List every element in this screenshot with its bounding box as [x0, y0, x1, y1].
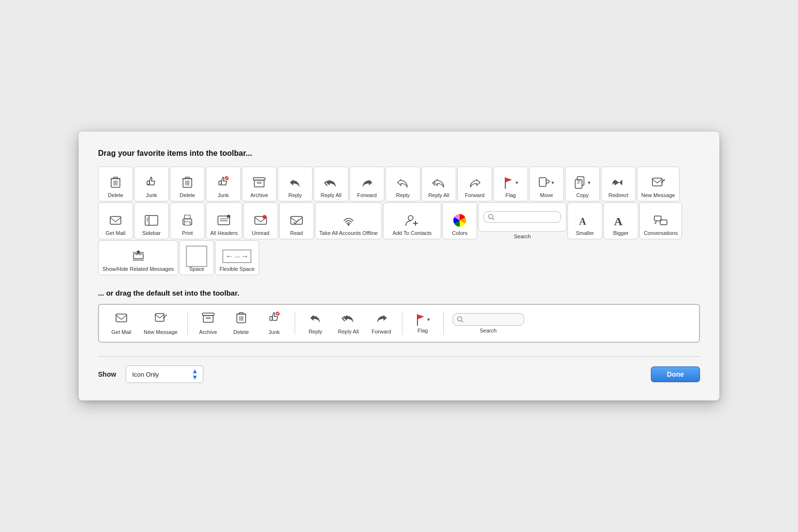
item-label: Archive [250, 192, 268, 198]
item-reply1[interactable]: Reply [278, 166, 313, 201]
space-icon [186, 249, 207, 264]
item-flexspace[interactable]: ← - - - → Flexible Space [215, 240, 259, 275]
item-junk1[interactable]: Junk [134, 166, 169, 201]
toolbar-items-grid: Delete Junk [98, 166, 700, 275]
flexspace-icon: ← - - - → [222, 249, 251, 264]
item-redirect[interactable]: Redirect [601, 166, 636, 201]
item-takeallaccounts[interactable]: Take All Accounts Offline [315, 202, 382, 239]
default-toolbar: Get Mail New Message [98, 304, 700, 343]
svg-text:A: A [579, 216, 586, 227]
svg-rect-29 [184, 222, 190, 225]
item-delete1[interactable]: Delete [98, 166, 133, 201]
colors-icon [453, 213, 466, 228]
default-junk: Junk [260, 309, 289, 338]
item-read[interactable]: Read [279, 202, 314, 239]
read-icon [290, 213, 303, 228]
svg-point-38 [263, 215, 266, 219]
svg-rect-39 [291, 216, 302, 224]
default-forward-icon [375, 312, 388, 327]
default-label: Search [480, 328, 497, 333]
default-newmessage: New Message [140, 309, 182, 338]
item-flag[interactable]: ▾ Flag [493, 166, 528, 201]
item-reply2[interactable]: Reply [385, 166, 420, 201]
junk2-icon [217, 175, 229, 190]
item-label: Reply All [429, 192, 449, 198]
item-junk2[interactable]: Junk [206, 166, 241, 201]
svg-rect-30 [184, 215, 190, 219]
show-value: Icon Only [132, 371, 187, 378]
item-label: Read [290, 230, 303, 236]
item-label: Redirect [609, 192, 629, 198]
item-search[interactable]: Search [478, 202, 566, 239]
default-replyall: Reply All [334, 309, 363, 337]
svg-rect-22 [110, 216, 121, 224]
default-label: Reply All [338, 329, 359, 334]
item-delete2[interactable]: Delete [170, 166, 205, 201]
item-bigger[interactable]: A Bigger [603, 202, 638, 239]
item-unread[interactable]: Unread [243, 202, 278, 239]
item-label: Sidebar [142, 230, 161, 236]
item-move[interactable]: ▾ Move [529, 166, 564, 201]
default-label: Flag [417, 328, 428, 333]
svg-point-40 [348, 224, 349, 226]
getmail-icon [109, 213, 122, 228]
separator4 [443, 312, 444, 335]
separator2 [295, 312, 295, 335]
smaller-icon: A [578, 213, 592, 228]
replyall-icon [323, 175, 339, 190]
item-getmail[interactable]: Get Mail [98, 202, 133, 239]
item-forward2[interactable]: Forward [457, 166, 492, 201]
item-conversations[interactable]: Conversations [639, 202, 682, 239]
item-label: Flag [505, 192, 515, 198]
bottom-bar: Show Icon Only ▲▼ Done [98, 356, 700, 382]
item-label: All Headers [210, 230, 238, 236]
item-sidebar[interactable]: Sidebar [134, 202, 169, 239]
default-label: New Message [144, 329, 178, 335]
item-print[interactable]: Print [170, 202, 205, 239]
forward2-icon [468, 175, 482, 190]
item-label: Move [540, 192, 553, 198]
item-smaller[interactable]: A Smaller [567, 202, 602, 239]
svg-point-41 [408, 216, 413, 220]
default-delete-icon [236, 312, 247, 327]
item-label: Print [182, 230, 193, 236]
archive-icon [253, 175, 266, 190]
default-replyall-icon [341, 312, 356, 327]
item-label: Show/Hide Related Messages [102, 266, 174, 272]
item-addcontacts[interactable]: Add To Contacts [383, 202, 441, 239]
item-label: Colors [452, 230, 467, 236]
svg-text:A: A [614, 215, 623, 227]
item-label: Junk [217, 192, 229, 198]
copy-icon: ▾ [574, 175, 591, 190]
item-copy[interactable]: ▾ Copy [565, 166, 600, 201]
section-title-drag: Drag your favorite items into the toolba… [98, 149, 700, 158]
default-flag: ▾ Flag [408, 310, 437, 336]
unread-icon [254, 213, 267, 228]
default-reply: Reply [301, 309, 330, 337]
show-label: Show [98, 370, 116, 378]
item-label: Reply [396, 192, 410, 198]
item-replyall2[interactable]: Reply All [421, 166, 456, 201]
item-newmessage[interactable]: New Message [637, 166, 680, 201]
show-select[interactable]: Icon Only ▲▼ [126, 366, 203, 382]
default-getmail-icon [115, 312, 128, 327]
item-forward1[interactable]: Forward [349, 166, 384, 201]
section-title-default: ... or drag the default set into the too… [98, 289, 700, 297]
item-allheaders[interactable]: + All Headers [206, 202, 242, 239]
done-button[interactable]: Done [651, 366, 700, 382]
default-search: Search [449, 313, 527, 333]
item-showhide[interactable]: Show/Hide Related Messages [98, 240, 178, 275]
reply-icon [288, 175, 302, 190]
item-label: Delete [108, 192, 123, 198]
item-archive[interactable]: Archive [242, 166, 277, 201]
item-colors[interactable]: Colors [442, 202, 477, 239]
item-label: Junk [146, 192, 157, 198]
item-replyall1[interactable]: Reply All [314, 166, 349, 201]
item-label: Get Mail [106, 230, 126, 236]
item-space[interactable]: Space [179, 240, 214, 275]
replyall2-icon [431, 175, 447, 190]
default-getmail: Get Mail [107, 309, 136, 338]
separator1 [187, 312, 188, 335]
svg-point-44 [489, 215, 493, 219]
trash-icon [110, 175, 121, 190]
